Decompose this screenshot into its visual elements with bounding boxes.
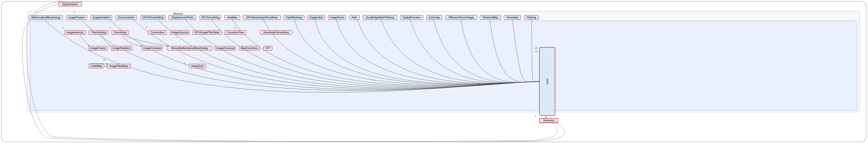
svg-text:6: 6 — [184, 62, 185, 64]
node-Segmentation[interactable]: Segmentation — [58, 2, 82, 6]
svg-text:5: 5 — [535, 115, 536, 117]
node-Smoothing[interactable]: Smoothing — [112, 30, 129, 35]
node-FastMarching[interactable]: FastMarching — [283, 15, 305, 20]
node-LabelMap[interactable]: LabelMap — [89, 64, 104, 68]
node-ImageStatistics[interactable]: ImageStatistics — [111, 46, 132, 51]
diagram-svg: 6 2 2 2 1 2 1 13 6 49 19 5 1 2 2 — [0, 0, 868, 144]
node-Colormap[interactable]: Colormap — [426, 15, 442, 20]
node-CurvatureFlow[interactable]: CurvatureFlow — [225, 30, 246, 35]
node-DiffusionTensorImage[interactable]: DiffusionTensorImage — [445, 15, 477, 20]
node-Numerics[interactable]: Numerics — [539, 118, 558, 123]
node-GPUImageFilterBase[interactable]: GPUImageFilterBase — [193, 30, 221, 35]
node-SpatialFunction[interactable]: SpatialFunction — [400, 15, 423, 20]
node-ImageGrid[interactable]: ImageGrid — [189, 64, 206, 68]
node-QuadEdgeMeshFiltering[interactable]: QuadEdgeMeshFiltering — [363, 15, 397, 20]
node-ImageSources[interactable]: ImageSources — [170, 30, 189, 35]
node-ImageCompare[interactable]: ImageCompare — [142, 46, 162, 51]
node-AnisotropicSmoothing[interactable]: AnisotropicSmoothing — [260, 30, 292, 35]
svg-text:6: 6 — [62, 27, 64, 29]
svg-text:2: 2 — [110, 27, 111, 29]
node-DisplacementField[interactable]: DisplacementField — [168, 15, 196, 20]
node-ImageCompose[interactable]: ImageCompose — [215, 46, 236, 51]
svg-text:2: 2 — [73, 11, 75, 13]
node-BinaryMathematicalMorphology[interactable]: BinaryMathematicalMorphology — [167, 46, 212, 51]
node-ImageIntensity[interactable]: ImageIntensity — [64, 30, 86, 35]
node-BiasCorrection[interactable]: BiasCorrection — [239, 46, 260, 51]
svg-rect-1 — [28, 11, 860, 112]
node-GPUAnisotropicSmoothing[interactable]: GPUAnisotropicSmoothing — [243, 15, 281, 20]
node-ImageNoise[interactable]: ImageNoise — [328, 15, 346, 20]
node-Filtering[interactable]: Filtering — [524, 15, 538, 20]
node-Convolution[interactable]: Convolution — [148, 30, 167, 35]
svg-text:1: 1 — [556, 115, 558, 117]
node-AntiAlias[interactable]: AntiAlias — [224, 15, 240, 20]
node-GPUSmoothing[interactable]: GPUSmoothing — [199, 15, 221, 20]
node-GPUThresholding[interactable]: GPUThresholding — [141, 15, 165, 20]
svg-text:49: 49 — [535, 47, 537, 49]
node-ImageGradient[interactable]: ImageGradient — [91, 15, 112, 20]
svg-text:2: 2 — [235, 27, 236, 29]
node-ImageLabel[interactable]: ImageLabel — [307, 15, 325, 20]
svg-text:13: 13 — [103, 59, 105, 61]
svg-rect-0 — [1, 1, 866, 142]
node-ImageFusion[interactable]: ImageFusion — [89, 46, 107, 51]
node-Thresholding[interactable]: Thresholding — [89, 30, 108, 35]
diagram-container: 6 2 2 2 1 2 1 13 6 49 19 5 1 2 2 Modules… — [0, 0, 868, 144]
node-ImageFilterBase[interactable]: ImageFilterBase — [107, 64, 131, 68]
node-Core[interactable]: Core — [539, 47, 555, 116]
node-DistanceMap[interactable]: DistanceMap — [480, 15, 501, 20]
node-FFT[interactable]: FFT — [263, 46, 273, 51]
modules-cluster-label: Modules — [173, 12, 183, 15]
node-Denoising[interactable]: Denoising — [504, 15, 521, 20]
node-ImageFeature[interactable]: ImageFeature — [66, 15, 87, 20]
node-Deconvolution[interactable]: Deconvolution — [116, 15, 137, 20]
node-Path[interactable]: Path — [349, 15, 360, 20]
svg-text:2: 2 — [146, 27, 147, 29]
svg-text:19: 19 — [535, 50, 537, 53]
node-MathematicalMorphology[interactable]: MathematicalMorphology — [29, 15, 63, 20]
